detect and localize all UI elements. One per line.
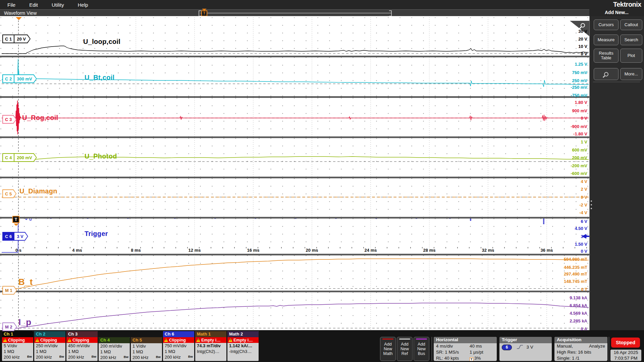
add-new-bus-button[interactable]: Add New Bus <box>414 337 429 361</box>
menu-utility[interactable]: Utility <box>52 2 64 8</box>
minimap-right-bracket[interactable] <box>389 10 392 16</box>
slice-separator[interactable] <box>0 291 589 292</box>
scale-label: -250 mV <box>544 85 587 90</box>
scale-label: -750 mV <box>544 93 587 98</box>
scale-label: 20 V <box>544 37 587 42</box>
warning-icon <box>67 338 71 342</box>
scale-label: 4.569 kA <box>544 311 587 316</box>
channel-badge-c5[interactable]: C 5 <box>2 189 16 198</box>
math1-badge[interactable]: Math 1 Empty i… 74.3 mT/div Intg(Ch2)… <box>195 331 226 361</box>
time-label: 16 ms <box>247 248 260 253</box>
minimap-left-bracket[interactable] <box>199 10 201 16</box>
channel-name-c6[interactable]: Trigger <box>85 230 108 238</box>
divider <box>432 337 432 361</box>
panel-drag-handle[interactable] <box>591 200 592 212</box>
run-stop-status-button[interactable]: Stopped <box>611 338 640 348</box>
slice-separator[interactable] <box>0 254 589 255</box>
math1-title: Math 1 <box>195 331 226 337</box>
warning-icon <box>35 338 39 342</box>
scale-label: 750 mV <box>544 70 587 75</box>
channel-badge-c4[interactable]: C 4200 mV <box>2 153 37 162</box>
channel-badge-c6[interactable]: C 63 V <box>2 232 28 241</box>
more-button[interactable]: More... <box>620 68 642 80</box>
slice-separator[interactable] <box>0 56 589 57</box>
math2-expression: -Intg(Ch3… <box>227 349 259 354</box>
channel-name-c1[interactable]: U_loop,coil <box>83 38 120 46</box>
ch6-badge[interactable]: Ch 6 Clipping 750 mV/div 1 MΩ 200 kHzBw <box>163 331 194 361</box>
channel-name-c4[interactable]: U_Photod <box>85 153 117 160</box>
measure-button[interactable]: Measure <box>594 35 619 45</box>
slice-separator[interactable] <box>0 177 589 178</box>
cursors-button[interactable]: Cursors <box>594 19 619 30</box>
callout-button[interactable]: Callout <box>620 19 642 30</box>
waveform-traces <box>0 16 589 330</box>
time-label: 8 ms <box>131 248 141 253</box>
ch5-badge[interactable]: Ch 5 1 V/div 1 MΩ 200 kHzBw <box>131 337 162 361</box>
badge-scale: 200 mV <box>14 154 36 161</box>
math-badge-m2[interactable]: M 2 <box>2 322 17 331</box>
scale-label: 6.854 kA <box>544 303 587 308</box>
trigger-level-marker-icon[interactable]: T <box>12 216 19 223</box>
trigger-title: Trigger <box>499 337 552 343</box>
bottom-bar: Ch 1 Clipping 5 V/div 1 MΩ 200 kHzBw Ch … <box>0 330 644 362</box>
channel-badge-c3[interactable]: C 3 <box>2 115 16 124</box>
channel-badge-c2[interactable]: C 2300 mV <box>2 74 37 83</box>
ch2-badge[interactable]: Ch 2 Clipping 250 mV/div 1 MΩ 200 kHzBw <box>34 331 65 361</box>
acquisition-panel[interactable]: Acquisition Manual,Analyze High Res: 16 … <box>554 337 607 361</box>
scale-label: 9.138 kA <box>544 295 587 300</box>
scale-label: -200 mV <box>544 163 587 168</box>
plot-button[interactable]: Plot <box>620 49 642 63</box>
trigger-position-arrow-icon[interactable] <box>16 17 22 20</box>
time-label: 24 ms <box>365 248 377 253</box>
horizontal-panel[interactable]: Horizontal 4 ms/div40 ms SR: 1 MS/s1 µs/… <box>434 337 497 361</box>
scale-label: 1.50 V <box>544 242 587 247</box>
tektronix-logo: Tektronix <box>613 1 641 8</box>
channel-name-c5[interactable]: U_Diamagn <box>19 187 57 195</box>
menu-edit[interactable]: Edit <box>29 2 38 8</box>
slice-separator[interactable] <box>0 136 589 138</box>
slice-separator[interactable] <box>0 96 589 98</box>
zoom-select-button[interactable] <box>594 68 619 80</box>
waveform-view-titlebar: Waveform View T <box>0 9 589 16</box>
ch4-title: Ch 4 <box>99 337 130 343</box>
channel-badge-c1[interactable]: C 120 V <box>2 35 31 43</box>
menu-file[interactable]: File <box>7 2 15 8</box>
search-button[interactable]: Search <box>620 35 642 45</box>
add-new-math-button[interactable]: Add New Math <box>380 337 396 361</box>
results-table-button[interactable]: Results Table <box>594 49 619 63</box>
scale-label: -1.80 V <box>544 131 587 136</box>
channel-name-c2[interactable]: U_Bt,coil <box>85 74 114 81</box>
ch1-badge[interactable]: Ch 1 Clipping 5 V/div 1 MΩ 200 kHzBw <box>2 331 33 361</box>
scale-label: 0 V <box>544 116 587 121</box>
warning-icon <box>164 338 168 342</box>
channel-name-m1[interactable]: B_t <box>18 277 33 287</box>
ch4-badge[interactable]: Ch 4 200 mV/div 1 MΩ 200 kHzBw <box>99 337 130 361</box>
channel-name-m2[interactable]: I_p <box>18 317 31 327</box>
trigger-panel[interactable]: Trigger 6 3 V <box>499 337 552 361</box>
channel-name-c3[interactable]: U_Rog,coil <box>22 114 58 122</box>
bw-limit-icon: Bw <box>59 354 64 359</box>
time-label: 36 ms <box>541 248 553 253</box>
rising-edge-icon <box>517 344 523 350</box>
scale-label: -900 mV <box>544 124 587 129</box>
time-label: 0 s <box>15 248 21 253</box>
magnifier-icon <box>581 23 585 27</box>
ch6-bandwidth: 200 kHzBw <box>163 354 194 360</box>
ch1-scale: 5 V/div <box>2 343 33 349</box>
math-badge-m1[interactable]: M 1 <box>2 286 17 295</box>
badge-id: C 4 <box>3 154 14 161</box>
ch3-title: Ch 3 <box>66 331 98 337</box>
math2-badge[interactable]: Math 2 Empty i… 1.142 kA/… -Intg(Ch3… <box>227 331 259 361</box>
minimap-trigger-icon[interactable]: T <box>201 10 207 16</box>
scale-label: 2 V <box>544 187 587 192</box>
warning-icon <box>3 338 7 342</box>
trigger-level-marker-arrow-icon <box>14 224 18 226</box>
add-new-ref-button[interactable]: Add New Ref <box>397 337 413 361</box>
scale-label: -600 mV <box>544 171 587 176</box>
menu-help[interactable]: Help <box>78 2 88 8</box>
slice-separator[interactable] <box>0 217 589 219</box>
minimap-line[interactable] <box>201 13 391 13</box>
scale-label: 0 A <box>544 326 587 331</box>
waveform-grid-area[interactable]: T C 120 V C 2300 mV C 3 C 4200 mV C 5 C … <box>0 16 589 330</box>
ch3-badge[interactable]: Ch 3 Clipping 450 mV/div 1 MΩ 200 kHzBw <box>66 331 98 361</box>
